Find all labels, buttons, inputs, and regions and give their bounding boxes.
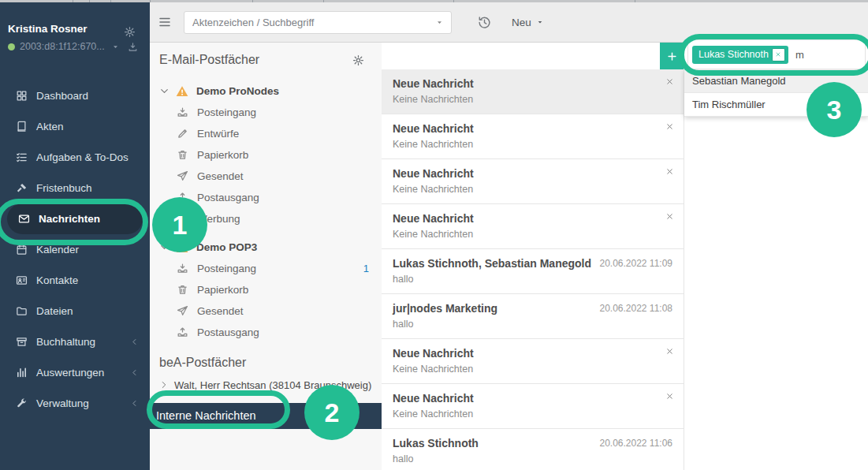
sidebar-item-icon [16,182,28,194]
sidebar-item[interactable]: Auswertungen [0,357,150,388]
folder-type-icon [177,170,188,182]
search-caret-icon[interactable] [435,18,444,27]
sidebar-item-icon [16,244,28,256]
sidebar-item-icon [18,213,30,225]
message-row[interactable]: Neue Nachricht Keine Nachrichten [382,159,684,204]
message-preview: hallo [393,274,672,285]
message-preview: hallo [393,319,672,330]
recipient-input[interactable]: Lukas Stichnoth m [687,39,866,69]
sidebar-item[interactable]: Aufgaben & To-Dos [0,142,150,173]
folder-type-icon [177,305,188,317]
message-row[interactable]: Neue Nachricht Keine Nachrichten [382,114,684,159]
user-settings-gear-icon[interactable] [124,26,136,38]
sidebar-item[interactable]: Akten [0,111,150,142]
add-message-button[interactable] [660,43,684,69]
sidebar-item[interactable]: Buchhaltung [0,326,150,357]
close-icon[interactable] [665,392,674,401]
annotation-step-1: 1 [152,197,207,252]
chevron-left-icon [130,338,139,346]
folder-type-icon [177,149,188,161]
sidebar-item-icon [16,90,28,102]
mail-folder-row[interactable]: Gesendet [150,166,382,187]
session-id: 2003:d8:1f12:670... [20,41,105,52]
recipient-tag-label: Lukas Stichnoth [698,49,769,60]
folder-label: Posteingang [197,106,256,118]
folder-type-icon [177,263,188,274]
folder-label: Postausgang [197,326,259,338]
mail-folder-row[interactable]: Demo ProNodes [150,80,382,102]
sidebar-item-label: Verwaltung [36,397,89,409]
folder-label: Demo POP3 [196,241,257,253]
message-date: 20.06.2022 11:08 [599,303,672,314]
message-row[interactable]: Neue Nachricht Keine Nachrichten [382,69,684,114]
close-icon[interactable] [665,77,674,86]
user-name: Kristina Rosner [8,23,140,35]
message-preview: Keine Nachrichten [393,184,672,195]
sidebar-item-icon [16,367,28,379]
sidebar-item-label: Akten [36,121,64,132]
sidebar-item[interactable]: Fristenbuch [0,173,150,203]
sidebar-item-label: Auswertungen [36,367,104,379]
message-filter-input[interactable] [382,43,660,69]
global-search[interactable] [184,11,452,34]
close-icon[interactable] [665,167,674,176]
sidebar-nav: Dashboard Akten Aufgaben & To-Dos [0,80,150,419]
message-preview: Keine Nachrichten [393,229,672,240]
mail-folder-row[interactable]: Papierkorb [150,144,382,166]
sidebar-item[interactable]: Verwaltung [0,388,150,419]
unread-count-badge: 1 [363,263,369,274]
chevron-right-icon[interactable] [159,380,169,390]
sidebar: Kristina Rosner 2003:d8:1f12:670... Dash… [0,2,150,470]
close-icon[interactable] [665,347,674,356]
message-row[interactable]: Lukas Stichnoth, Sebastian Manegold hall… [382,249,684,294]
message-title: Neue Nachricht [393,212,672,225]
close-icon [775,51,781,58]
mail-panel-title: E-Mail-Postfächer [159,53,259,67]
close-icon[interactable] [665,122,674,131]
message-list: Neue Nachricht Keine Nachrichten Neue Na… [382,43,684,470]
sidebar-item-icon [16,305,28,317]
sidebar-item-icon [16,274,28,286]
mail-folder-row[interactable]: Entwürfe [150,123,382,144]
message-preview: Keine Nachrichten [393,408,672,420]
new-button[interactable]: Neu [512,17,544,28]
folder-label: Demo ProNodes [196,85,279,97]
close-icon[interactable] [665,212,674,221]
sidebar-item[interactable]: Kalender [0,234,150,265]
mail-folder-row[interactable]: Papierkorb [150,279,382,300]
menu-toggle-icon[interactable] [158,15,172,29]
mail-folder-row[interactable]: Posteingang [150,102,382,123]
sidebar-item[interactable]: Kontakte [0,265,150,296]
chevron-down-icon[interactable] [159,86,170,96]
sidebar-item-label: Dashboard [36,90,88,102]
folder-label: Papierkorb [197,149,248,161]
sidebar-item-label: Fristenbuch [36,182,92,194]
message-row[interactable]: Lukas Stichnoth hallo 20.06.2022 11:06 [382,429,684,470]
online-status-dot [8,43,15,50]
message-row[interactable]: Neue Nachricht Keine Nachrichten [382,339,684,384]
mail-folder-row[interactable]: Posteingang 1 [150,258,382,279]
message-title: Neue Nachricht [393,77,672,90]
sidebar-item[interactable]: Nachrichten [7,203,143,234]
session-caret-icon[interactable] [111,43,120,51]
search-input[interactable] [184,17,435,28]
sidebar-item[interactable]: Dateien [0,296,150,326]
message-row[interactable]: Neue Nachricht Keine Nachrichten [382,384,684,429]
message-row[interactable]: Neue Nachricht Keine Nachrichten [382,204,684,249]
mail-folder-row[interactable]: Gesendet [150,300,382,322]
message-row[interactable]: jur|nodes Marketing hallo 20.06.2022 11:… [382,294,684,339]
sidebar-item-label: Aufgaben & To-Dos [36,151,129,163]
message-title: Neue Nachricht [393,167,672,180]
download-icon[interactable] [128,42,138,52]
topbar: Neu [150,2,868,43]
message-preview: Keine Nachrichten [393,94,672,105]
folder-label: Postausgang [197,192,259,203]
mail-settings-gear-icon[interactable] [352,54,364,66]
sidebar-item-label: Kontakte [36,274,78,286]
mail-folder-row[interactable]: Postausgang [150,322,382,343]
folder-label: Entwürfe [197,128,239,140]
remove-recipient-button[interactable] [772,48,785,62]
warning-icon [176,85,188,98]
history-icon[interactable] [478,16,491,29]
sidebar-item[interactable]: Dashboard [0,80,150,111]
